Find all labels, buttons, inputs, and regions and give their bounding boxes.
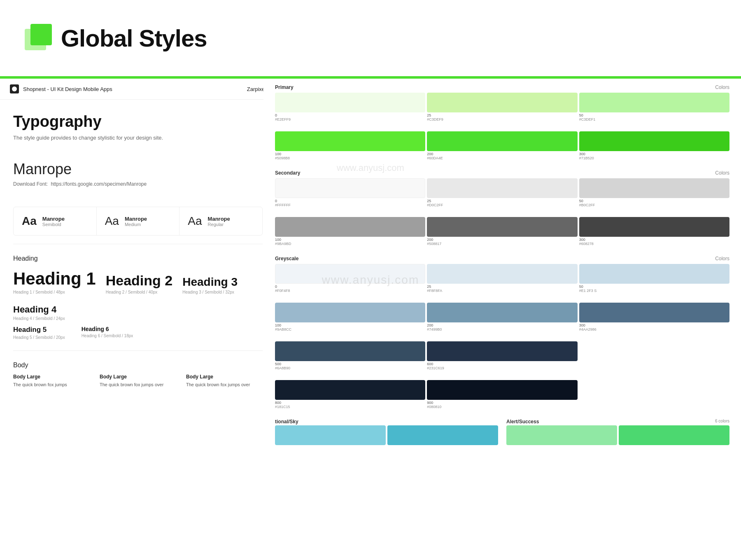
swatch-wrapper-p200: 200 #60DA4E: [427, 131, 577, 160]
swatch-wrapper-gs900: 900 #080810: [427, 380, 577, 409]
headings-grid-row1: Heading 1 Heading 1 / Semibold / 48px He…: [13, 269, 263, 321]
swatch-wrapper-gs200: 200 #7499B0: [427, 303, 577, 331]
swatch-wrapper-p0: 0 #E2EFF9: [275, 93, 425, 121]
body-item-label-2: Body Large: [100, 374, 176, 380]
app-name-left: Shopnest - UI Kit Design Mobile Apps: [23, 86, 112, 92]
h1-sample: Heading 1: [13, 269, 96, 289]
swatch-wrapper-s25: 25 #D0C2FF: [427, 178, 577, 207]
heading-item-2: Heading 2 Heading 2 / Semibold / 40px: [106, 273, 172, 294]
swatch-wrapper-gs500: 500 #6A8B90: [275, 341, 425, 370]
greyscale-row-4: 800 #181C15 900 #080810: [275, 380, 729, 409]
swatch-gs25: [427, 264, 577, 284]
page-title: Global Styles: [61, 24, 207, 52]
primary-colors-section: Primary Colors 0 #E2EFF9 25 #C3DEF9: [275, 84, 729, 160]
secondary-header: Secondary Colors: [275, 170, 729, 176]
swatch-s300: [579, 217, 729, 237]
greyscale-row-3: 500 #6A8B90 600 #231C619: [275, 341, 729, 370]
sky-swatch-1: [275, 425, 386, 445]
secondary-row-1: 0 #FFFFFF 25 #D0C2FF 50 #B0C2FF: [275, 178, 729, 207]
h3-sample: Heading 3: [182, 275, 238, 289]
swatch-gs200: [427, 303, 577, 322]
font-showcase: Manrope Download Font: https://fonts.goo…: [0, 149, 276, 198]
font-card-name-1: Manrope: [42, 216, 65, 222]
greyscale-subtitle-right: Colors: [715, 256, 729, 261]
swatch-wrapper-s100: 100 #9BA9BD: [275, 217, 425, 246]
primary-title: Primary: [275, 84, 294, 90]
aa-sample-1: Aa: [22, 215, 37, 228]
swatch-p100: [275, 131, 425, 151]
h5-sample: Heading 5: [13, 326, 65, 334]
font-card-regular: Aa Manrope Regular: [179, 207, 262, 235]
h2-sample: Heading 2: [106, 273, 172, 289]
swatch-gs900: [427, 380, 577, 400]
alert-count: 6 colors: [715, 419, 729, 425]
alert-swatches: [506, 425, 729, 445]
primary-header: Primary Colors: [275, 84, 729, 90]
font-card-weight-3: Regular: [208, 222, 230, 227]
body-item-3: Body Large The quick brown fox jumps ove…: [186, 374, 263, 388]
h1-meta: Heading 1 / Semibold / 48px: [13, 290, 96, 294]
body-item-text-2: The quick brown fox jumps over: [100, 381, 176, 388]
shopnest-icon: [10, 84, 19, 93]
sky-section: tional/Sky: [275, 419, 498, 445]
swatch-empty: [579, 341, 729, 370]
h5-meta: Heading 5 / Semibold / 20px: [13, 335, 65, 340]
body-section: Body Body Large The quick brown fox jump…: [0, 355, 276, 395]
swatch-wrapper-s300: 300 #608278: [579, 217, 729, 246]
swatch-wrapper-s50: 50 #B0C2FF: [579, 178, 729, 207]
typography-subtitle: The style guide provides to change styli…: [13, 135, 263, 141]
body-item-label-1: Body Large: [13, 374, 90, 380]
sky-swatch-2: [387, 425, 498, 445]
swatch-p0: [275, 93, 425, 112]
right-panel: Shopnest - UI Kit Design Mobile Apps Zar…: [263, 0, 741, 560]
swatch-wrapper-gs600: 600 #231C619: [427, 341, 577, 370]
swatch-s100: [275, 217, 425, 237]
green-divider: [0, 76, 741, 79]
swatch-s50: [579, 178, 729, 198]
greyscale-row-2: 100 #9AB8CC 200 #7499B0 300 #4AA2986: [275, 303, 729, 331]
swatch-gs100: [275, 303, 425, 322]
swatch-gs300: [579, 303, 729, 322]
font-card-semibold: Aa Manrope Semibold: [14, 207, 97, 235]
swatch-gs50: [579, 264, 729, 284]
logo-container: Global Styles: [25, 24, 207, 53]
h2-meta: Heading 2 / Semibold / 40px: [106, 290, 172, 294]
success-swatch-2: [619, 425, 729, 445]
sky-swatches: [275, 425, 498, 445]
font-card-weight-1: Semibold: [42, 222, 65, 227]
body-item-1: Body Large The quick brown fox jumps: [13, 374, 90, 388]
swatch-gs800: [275, 380, 425, 400]
headings-grid-row2: Heading 5 Heading 5 / Semibold / 20px He…: [13, 326, 263, 340]
secondary-colors-section: Secondary Colors 0 #FFFFFF 25 #D0C2FF: [275, 170, 729, 246]
swatch-wrapper-gs100: 100 #9AB8CC: [275, 303, 425, 331]
secondary-subtitle-right: Colors: [715, 170, 729, 176]
swatch-wrapper-gs50: 50 #E1 2F3 S: [579, 264, 729, 293]
primary-subtitle-right: Colors: [715, 84, 729, 90]
colors-panel: Colors The style guide provides to chang…: [263, 44, 741, 453]
heading-item-1: Heading 1 Heading 1 / Semibold / 48px: [13, 269, 96, 294]
swatch-wrapper-gs300: 300 #4AA2986: [579, 303, 729, 331]
font-name: Manrope: [13, 161, 263, 178]
swatch-p25: [427, 93, 577, 112]
h6-sample: Heading 6: [82, 326, 133, 332]
greyscale-row-1: 0 #F0F4F8 25 #F8F8FA 50 #E1 2F3 S: [275, 264, 729, 293]
h4-sample: Heading 4: [13, 304, 65, 315]
heading-label: Heading: [13, 255, 263, 262]
swatch-wrapper-s0: 0 #FFFFFF: [275, 178, 425, 207]
secondary-row-2: 100 #9BA9BD 200 #508817 300 #608278: [275, 217, 729, 246]
swatch-wrapper-p25: 25 #C3DEF9: [427, 93, 577, 121]
heading-item-6: Heading 6 Heading 6 / Semibold / 18px: [82, 326, 133, 340]
swatch-p200: [427, 131, 577, 151]
h6-meta: Heading 6 / Semibold / 18px: [82, 334, 133, 338]
swatch-s25: [427, 178, 577, 198]
swatch-s200: [427, 217, 577, 237]
left-panel: Shopnest - UI Kit Design Mobile Apps Zar…: [0, 79, 276, 560]
body-item-text-3: The quick brown fox jumps over: [186, 381, 263, 388]
section-divider-2: [13, 350, 263, 351]
swatch-gs500: [275, 341, 425, 361]
swatch-wrapper-p50: 50 #C3DEF1: [579, 93, 729, 121]
alert-section: Alert/Success 6 colors: [506, 419, 729, 445]
swatch-wrapper-p100: 100 #5098B8: [275, 131, 425, 160]
body-item-text-1: The quick brown fox jumps: [13, 381, 90, 388]
aa-sample-3: Aa: [188, 215, 202, 228]
